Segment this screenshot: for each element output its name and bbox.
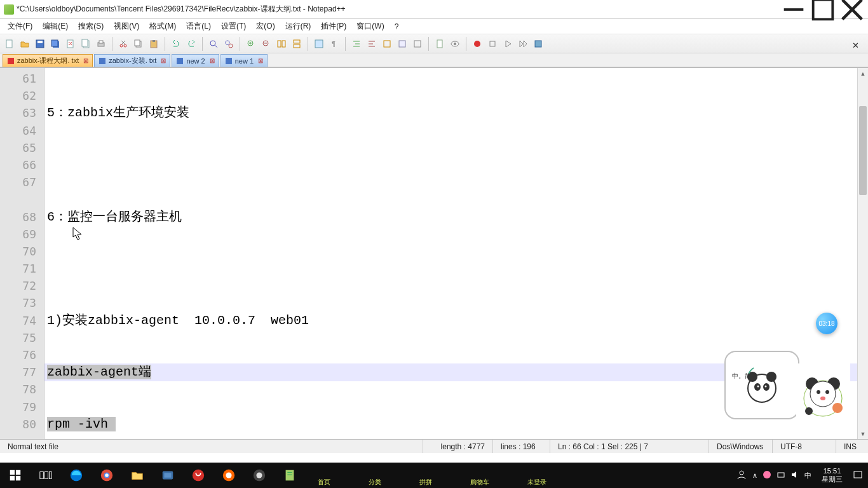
minimize-button[interactable]	[779, 0, 808, 19]
tray-notifications-icon[interactable]	[853, 470, 863, 481]
tray-app-icon[interactable]	[763, 470, 771, 480]
menu-plugins[interactable]: 插件(P)	[317, 20, 350, 33]
tray-clock[interactable]: 15:51 星期三	[817, 467, 848, 484]
maximize-button[interactable]	[808, 0, 837, 19]
play-icon[interactable]	[501, 37, 515, 51]
open-icon[interactable]	[18, 37, 32, 51]
wordwrap-icon[interactable]	[312, 37, 326, 51]
menu-window[interactable]: 窗口(W)	[353, 20, 388, 33]
menu-macro[interactable]: 宏(O)	[252, 20, 278, 33]
show-all-chars-icon[interactable]: ¶	[327, 37, 341, 51]
close-button[interactable]	[837, 0, 867, 19]
line-number: 68	[0, 208, 36, 226]
close-file-x[interactable]: ✕	[848, 39, 863, 51]
replace-icon[interactable]	[222, 37, 236, 51]
edge-icon[interactable]	[61, 463, 92, 488]
titlebar: *C:\Users\oldboy\Documents\Tencent Files…	[0, 0, 868, 19]
indent-icon[interactable]	[349, 37, 363, 51]
menu-settings[interactable]: 设置(T)	[217, 20, 250, 33]
overlay-sticker[interactable]	[796, 363, 850, 421]
find-icon[interactable]	[207, 37, 220, 51]
eye-icon[interactable]	[448, 37, 462, 51]
tab-close-icon[interactable]: ⊠	[161, 57, 166, 64]
vmware-icon[interactable]	[153, 463, 183, 488]
zoom-out-icon[interactable]	[259, 37, 273, 51]
menu-help[interactable]: ?	[391, 21, 403, 32]
scroll-thumb[interactable]	[859, 106, 867, 195]
paste-icon[interactable]	[147, 37, 161, 51]
tab-inactive[interactable]: new 1 ⊠	[220, 54, 268, 67]
ime-text: 中。简	[732, 372, 751, 380]
tab-inactive[interactable]: zabbix-安装. txt ⊠	[94, 54, 170, 67]
tool-icon[interactable]	[410, 37, 424, 51]
redo-icon[interactable]	[184, 37, 198, 51]
tool-icon[interactable]	[380, 37, 394, 51]
cut-icon[interactable]	[116, 37, 130, 51]
app-icon[interactable]	[214, 463, 244, 488]
menu-run[interactable]: 运行(R)	[281, 20, 315, 33]
undo-icon[interactable]	[169, 37, 183, 51]
tray-ime-indicator[interactable]: 中	[804, 471, 811, 480]
svg-point-26	[226, 41, 229, 44]
menu-file[interactable]: 文件(F)	[4, 20, 36, 33]
scroll-up-icon[interactable]: ▲	[858, 68, 868, 79]
line-number: 62	[0, 87, 36, 104]
save-icon[interactable]	[33, 37, 47, 51]
play-multi-icon[interactable]	[516, 37, 530, 51]
record-icon[interactable]	[470, 37, 484, 51]
tray-network-icon[interactable]	[776, 470, 785, 480]
line-number: 61	[0, 70, 36, 87]
tray-volume-icon[interactable]	[790, 470, 799, 480]
tab-active[interactable]: zabbix-课程大纲. txt ⊠	[3, 54, 93, 67]
close-all-icon[interactable]	[79, 37, 93, 51]
taskbar-subtitle: 购物车	[470, 478, 489, 487]
menu-view[interactable]: 视图(V)	[110, 20, 143, 33]
outdent-icon[interactable]	[365, 37, 379, 51]
svg-point-72	[832, 403, 843, 413]
doc-map-icon[interactable]	[433, 37, 447, 51]
window-title: *C:\Users\oldboy\Documents\Tencent Files…	[17, 4, 779, 15]
app-icon[interactable]	[183, 463, 214, 488]
menu-search[interactable]: 搜索(S)	[74, 20, 107, 33]
task-view-button[interactable]	[31, 463, 61, 488]
menu-format[interactable]: 格式(M)	[146, 20, 180, 33]
svg-rect-92	[286, 470, 294, 481]
tool-icon[interactable]	[395, 37, 409, 51]
svg-point-69	[817, 390, 820, 394]
svg-point-96	[763, 471, 771, 478]
status-length: length : 4777	[423, 440, 493, 453]
sync-h-icon[interactable]	[290, 37, 304, 51]
tab-inactive[interactable]: new 2 ⊠	[172, 54, 219, 67]
print-icon[interactable]	[94, 37, 108, 51]
tab-close-icon[interactable]: ⊠	[83, 57, 88, 64]
ime-panel[interactable]: 中。简	[724, 351, 799, 419]
zoom-in-icon[interactable]	[244, 37, 258, 51]
app-icon[interactable]	[244, 463, 275, 488]
explorer-icon[interactable]	[122, 463, 153, 488]
overlay-timer-badge[interactable]: 03:18	[816, 313, 837, 334]
tab-close-icon[interactable]: ⊠	[258, 57, 263, 64]
svg-point-73	[805, 407, 813, 415]
line-number: 77	[0, 363, 36, 381]
start-button[interactable]	[0, 463, 31, 488]
tray-chevron-icon[interactable]: ∧	[752, 471, 757, 480]
taskbar-spacer: 首页 分类 拼拼 购物车 未登录	[305, 463, 731, 488]
save-all-icon[interactable]	[48, 37, 62, 51]
svg-point-68	[810, 381, 836, 407]
tray-people-icon[interactable]	[736, 469, 747, 482]
scroll-down-icon[interactable]: ▼	[858, 428, 868, 439]
notepadpp-icon[interactable]	[275, 463, 305, 488]
menu-language[interactable]: 语言(L)	[182, 20, 215, 33]
chrome-icon[interactable]	[92, 463, 122, 488]
close-file-icon[interactable]	[64, 37, 78, 51]
save-macro-icon[interactable]	[531, 37, 545, 51]
tab-close-icon[interactable]: ⊠	[210, 57, 215, 64]
svg-point-16	[120, 44, 123, 47]
vertical-scrollbar[interactable]: ▲ ▼	[857, 68, 868, 439]
tab-icon	[225, 57, 233, 65]
menu-edit[interactable]: 编辑(E)	[39, 20, 72, 33]
copy-icon[interactable]	[132, 37, 146, 51]
new-icon[interactable]	[3, 37, 17, 51]
sync-v-icon[interactable]	[275, 37, 288, 51]
stop-icon[interactable]	[485, 37, 499, 51]
